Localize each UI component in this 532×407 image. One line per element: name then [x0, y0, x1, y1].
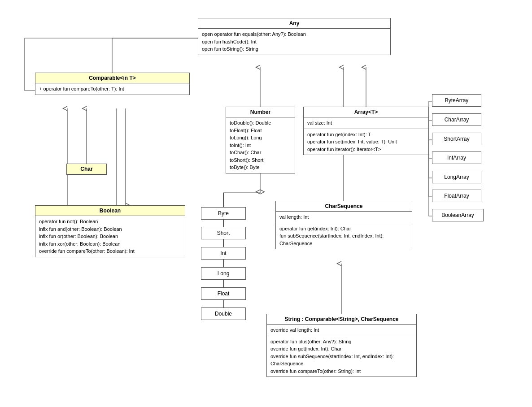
bytearray-box: ByteArray: [432, 94, 481, 107]
uml-diagram: Any open operator fun equals(other: Any?…: [0, 0, 532, 407]
arrayt-methods: operator fun get(index: Int): T operator…: [304, 129, 428, 155]
any-methods: open operator fun equals(other: Any?): B…: [198, 29, 390, 55]
boolean-title: Boolean: [35, 206, 185, 216]
longarray-box: LongArray: [432, 171, 481, 183]
int-box: Int: [201, 247, 246, 260]
arrayt-title: Array<T>: [304, 107, 428, 117]
boolean-methods: operator fun not(): Boolean infix fun an…: [35, 216, 185, 257]
charsequence-methods: operator fun get(index: Int): Char fun s…: [276, 223, 412, 249]
shortarray-label: ShortArray: [444, 136, 469, 142]
intarray-label: IntArray: [447, 155, 466, 161]
arrows-layer: [0, 0, 532, 407]
bytearray-label: ByteArray: [445, 97, 469, 104]
chararray-box: CharArray: [432, 113, 481, 126]
comparable-box: Comparable<in T> + operator fun compareT…: [35, 73, 190, 95]
number-title: Number: [226, 107, 295, 117]
boolean-box: Boolean operator fun not(): Boolean infi…: [35, 205, 185, 257]
floatarray-box: FloatArray: [432, 190, 481, 202]
string-title: String : Comparable<String>, CharSequenc…: [267, 314, 416, 325]
any-box: Any open operator fun equals(other: Any?…: [198, 18, 391, 55]
booleanarray-label: BooleanArray: [441, 212, 474, 218]
number-methods: toDouble(): Double toFloat(): Float toLo…: [226, 117, 295, 173]
int-label: Int: [220, 250, 226, 256]
float-label: Float: [218, 290, 230, 297]
byte-label: Byte: [218, 210, 229, 216]
chararray-label: CharArray: [445, 117, 469, 123]
long-label: Long: [218, 270, 230, 277]
longarray-label: LongArray: [444, 174, 469, 180]
double-box: Double: [201, 307, 246, 320]
byte-box: Byte: [201, 207, 246, 220]
arrayt-section1: val size: Int: [304, 117, 428, 129]
char-title: Char: [67, 164, 106, 174]
comparable-methods: + operator fun compareTo(other: T): Int: [35, 83, 189, 95]
number-box: Number toDouble(): Double toFloat(): Flo…: [226, 107, 295, 173]
floatarray-label: FloatArray: [444, 193, 469, 199]
string-box: String : Comparable<String>, CharSequenc…: [266, 314, 417, 377]
charsequence-title: CharSequence: [276, 201, 412, 212]
char-box: Char: [66, 164, 107, 175]
charsequence-section1: val length: Int: [276, 212, 412, 223]
float-box: Float: [201, 287, 246, 300]
intarray-box: IntArray: [432, 152, 481, 164]
string-methods: operator fun plus(other: Any?): String o…: [267, 336, 416, 377]
shortarray-box: ShortArray: [432, 133, 481, 145]
booleanarray-box: BooleanArray: [432, 209, 484, 221]
comparable-title: Comparable<in T>: [35, 73, 189, 83]
double-label: Double: [215, 311, 232, 317]
any-title: Any: [198, 18, 390, 29]
string-section1: override val length: Int: [267, 325, 416, 336]
short-label: Short: [217, 230, 230, 236]
charsequence-box: CharSequence val length: Int operator fu…: [275, 201, 412, 249]
arrayt-box: Array<T> val size: Int operator fun get(…: [303, 107, 429, 155]
long-box: Long: [201, 267, 246, 280]
short-box: Short: [201, 227, 246, 239]
